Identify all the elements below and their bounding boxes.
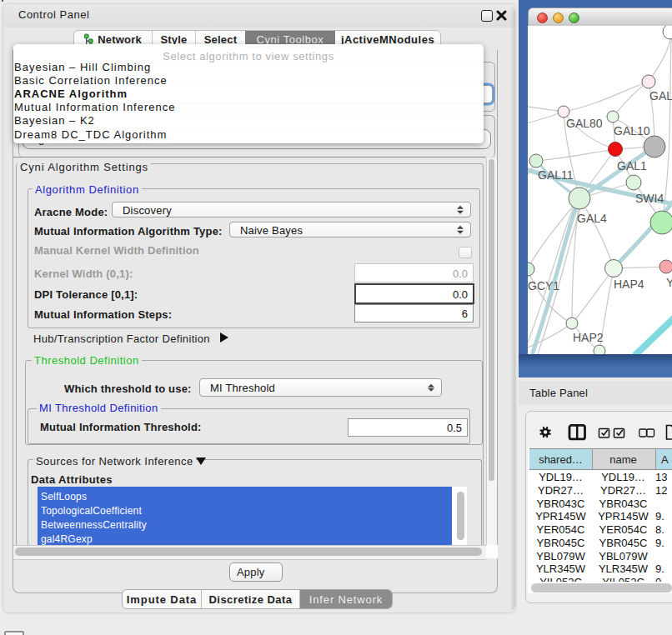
- svg-text:GAL11: GAL11: [538, 168, 574, 182]
- svg-text:GAL80: GAL80: [566, 117, 603, 130]
- svg-text:GAL4: GAL4: [577, 212, 607, 225]
- svg-text:GAL7: GAL7: [649, 89, 672, 102]
- svg-text:SWI4: SWI4: [635, 192, 664, 205]
- svg-text:GCY1: GCY1: [528, 279, 559, 292]
- svg-text:HAP4: HAP4: [614, 278, 644, 291]
- svg-text:GAL1: GAL1: [617, 159, 647, 172]
- svg-text:GAL10: GAL10: [614, 124, 650, 138]
- svg-text:HAP2: HAP2: [573, 331, 604, 344]
- svg-text:Y: Y: [666, 276, 672, 289]
